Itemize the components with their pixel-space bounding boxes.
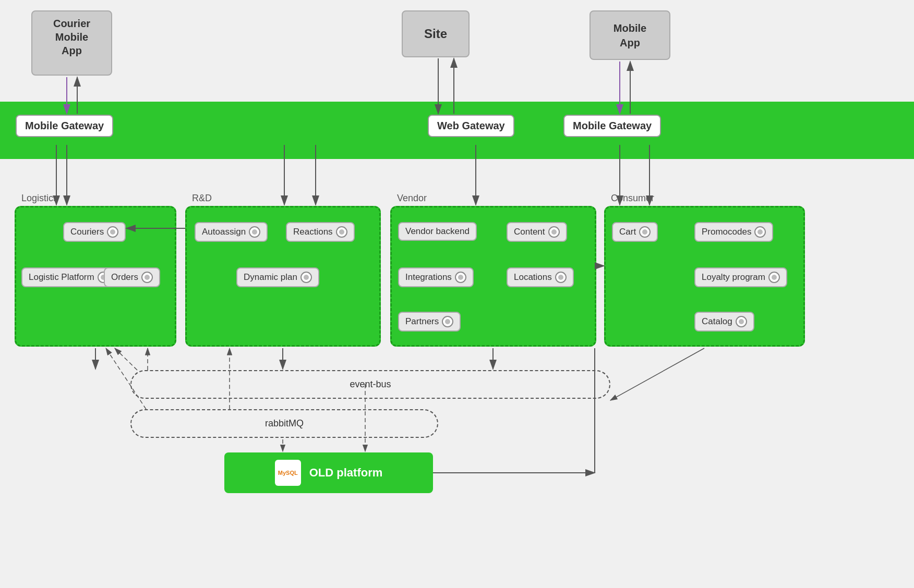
service-logistic-platform: Logistic Platform	[21, 267, 116, 287]
mobile-app-right: MobileApp	[590, 10, 670, 60]
db-icon-locations	[555, 272, 567, 283]
db-icon-promocodes	[754, 226, 766, 238]
rabbitMQ: rabbitMQ	[130, 409, 438, 438]
service-couriers: Couriers	[63, 222, 126, 242]
domain-consumer: Consumer Cart Promocodes Loyalty program…	[604, 206, 805, 347]
domain-label-logistics: Logistics	[21, 193, 58, 204]
web-gateway: Web Gateway	[428, 115, 514, 137]
domain-label-consumer: Consumer	[611, 193, 654, 204]
service-loyalty-program: Loyalty program	[694, 267, 787, 287]
svg-line-27	[115, 348, 137, 370]
domain-logistics: Logistics Couriers Logistic Platform Ord…	[15, 206, 176, 347]
courier-mobile-app: CourierMobileApp	[31, 10, 112, 76]
service-content: Content	[507, 222, 567, 242]
service-orders: Orders	[104, 267, 160, 287]
db-icon-dynamic-plan	[300, 272, 312, 283]
db-icon-reactions	[336, 226, 347, 238]
db-icon-cart	[639, 226, 651, 238]
service-locations: Locations	[507, 267, 574, 287]
mobile-gateway-left: Mobile Gateway	[16, 115, 113, 137]
service-autoassign: Autoassign	[195, 222, 268, 242]
event-bus: event-bus	[130, 370, 610, 399]
domain-vendor: Vendor Vendor backend Content Integratio…	[390, 206, 596, 347]
service-catalog: Catalog	[694, 312, 754, 332]
service-partners: Partners	[398, 312, 461, 332]
db-icon-catalog	[736, 316, 747, 327]
service-cart: Cart	[612, 222, 658, 242]
mysql-icon: MySQL	[275, 460, 301, 486]
svg-line-21	[610, 348, 704, 400]
domain-label-vendor: Vendor	[397, 193, 427, 204]
db-icon-loyalty-program	[768, 272, 780, 283]
db-icon-partners	[442, 316, 453, 327]
old-platform-label: OLD platform	[309, 466, 383, 480]
db-icon-content	[548, 226, 560, 238]
service-vendor-backend: Vendor backend	[398, 222, 477, 241]
db-icon-autoassign	[249, 226, 260, 238]
diagram-container: CourierMobileApp Site MobileApp Mobile G…	[0, 0, 914, 588]
db-icon-couriers	[107, 226, 118, 238]
service-reactions: Reactions	[286, 222, 355, 242]
db-icon-integrations	[455, 272, 466, 283]
domain-label-rnd: R&D	[192, 193, 212, 204]
site: Site	[402, 10, 470, 57]
domain-rnd: R&D Autoassign Reactions Dynamic plan	[185, 206, 381, 347]
mobile-gateway-right: Mobile Gateway	[563, 115, 661, 137]
service-dynamic-plan: Dynamic plan	[236, 267, 319, 287]
service-integrations: Integrations	[398, 267, 474, 287]
old-platform: MySQL OLD platform	[224, 452, 433, 493]
service-promocodes: Promocodes	[694, 222, 773, 242]
db-icon-orders	[141, 272, 153, 283]
